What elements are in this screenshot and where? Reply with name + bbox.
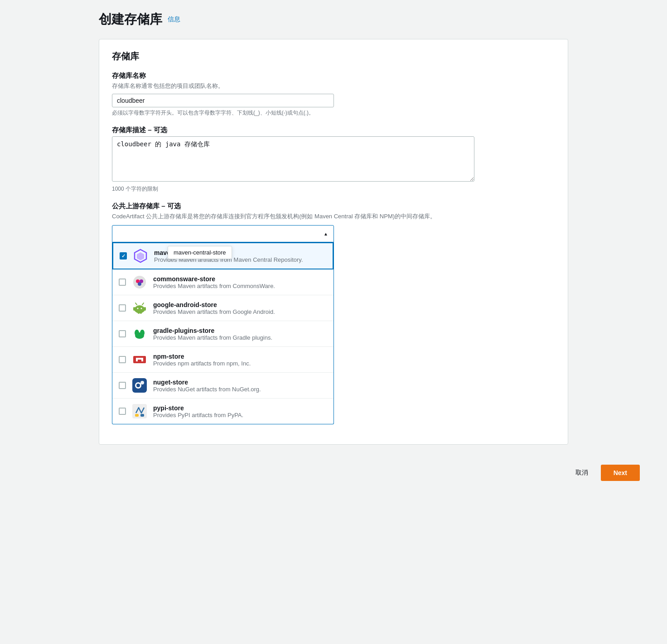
npm-icon xyxy=(131,351,148,368)
svg-rect-32 xyxy=(140,414,144,417)
item-text-pypi: pypi-store Provides PyPI artifacts from … xyxy=(153,404,327,418)
list-item[interactable]: commonsware-store Provides Maven artifac… xyxy=(112,269,334,295)
item-checkbox-commonsware[interactable] xyxy=(119,279,126,286)
action-bar: 取消 Next xyxy=(570,456,640,490)
item-checkbox-android[interactable] xyxy=(119,304,126,312)
upstream-label: 公共上游存储库 – 可选 xyxy=(112,202,555,211)
svg-rect-12 xyxy=(133,307,135,311)
upstream-dropdown: ▲ maven-central-sto xyxy=(112,225,334,424)
repo-desc-group: 存储库描述 – 可选 cloudbeer 的 java 存储仓库 1000 个字… xyxy=(112,126,555,193)
repo-section-title: 存储库 xyxy=(112,50,555,62)
item-text-gradle: gradle-plugins-store Provides Maven arti… xyxy=(153,327,327,341)
svg-point-9 xyxy=(141,308,142,309)
item-text-npm: npm-store Provides npm artifacts from np… xyxy=(153,353,327,367)
item-desc: Provides Maven artifacts from Google And… xyxy=(153,308,327,315)
svg-rect-30 xyxy=(132,404,147,418)
item-name: google-android-store xyxy=(153,301,327,308)
svg-rect-7 xyxy=(135,307,145,312)
svg-point-28 xyxy=(136,384,140,387)
pypi-icon xyxy=(131,403,148,419)
list-item[interactable]: nuget-store Provides NuGet artifacts fro… xyxy=(112,373,334,399)
next-button[interactable]: Next xyxy=(601,465,640,481)
svg-point-18 xyxy=(135,330,138,332)
nuget-icon xyxy=(131,377,148,394)
svg-rect-24 xyxy=(141,358,143,361)
repo-name-group: 存储库名称 存储库名称通常包括您的项目或团队名称。 必须以字母数字字符开头。可以… xyxy=(112,72,555,117)
svg-rect-25 xyxy=(138,360,140,361)
repo-desc-limit: 1000 个字符的限制 xyxy=(112,185,555,193)
item-text-nuget: nuget-store Provides NuGet artifacts fro… xyxy=(153,379,327,393)
list-item[interactable]: maven-central-store Provides Maven artif… xyxy=(112,242,334,269)
list-item[interactable]: npm-store Provides npm artifacts from np… xyxy=(112,347,334,373)
list-item[interactable]: pypi-store Provides PyPI artifacts from … xyxy=(112,399,334,424)
info-link[interactable]: 信息 xyxy=(168,15,180,24)
item-desc: Provides Maven artifacts from Gradle plu… xyxy=(153,334,327,341)
svg-point-5 xyxy=(138,282,141,286)
item-name: npm-store xyxy=(153,353,327,360)
repo-desc-label: 存储库描述 – 可选 xyxy=(112,126,555,135)
list-item[interactable]: google-android-store Provides Maven arti… xyxy=(112,295,334,321)
main-card: 存储库 存储库名称 存储库名称通常包括您的项目或团队名称。 必须以字母数字字符开… xyxy=(99,39,568,445)
item-text-commonsware: commonsware-store Provides Maven artifac… xyxy=(153,275,327,289)
dropdown-arrow-icon: ▲ xyxy=(324,231,328,236)
repo-name-input[interactable] xyxy=(112,94,334,107)
upstream-group: 公共上游存储库 – 可选 CodeArtifact 公共上游存储库是将您的存储库… xyxy=(112,202,555,424)
item-desc: Provides Maven artifacts from CommonsWar… xyxy=(153,283,327,289)
maven-icon xyxy=(132,248,149,264)
item-desc: Provides NuGet artifacts from NuGet.org. xyxy=(153,386,327,393)
item-desc: Provides npm artifacts from npm, Inc. xyxy=(153,360,327,367)
repo-desc-textarea[interactable]: cloudbeer 的 java 存储仓库 xyxy=(112,136,474,182)
list-item[interactable]: gradle-plugins-store Provides Maven arti… xyxy=(112,321,334,347)
item-checkbox-gradle[interactable] xyxy=(119,330,126,337)
dropdown-tooltip: maven-central-store xyxy=(168,246,232,259)
item-text-android: google-android-store Provides Maven arti… xyxy=(153,301,327,315)
svg-point-29 xyxy=(140,381,144,384)
commonsware-icon xyxy=(131,274,148,290)
svg-line-10 xyxy=(135,303,137,305)
svg-rect-15 xyxy=(140,312,142,314)
svg-rect-14 xyxy=(138,312,140,314)
svg-point-8 xyxy=(137,308,139,309)
upstream-desc: CodeArtifact 公共上游存储库是将您的存储库连接到官方程序包颁发机构(… xyxy=(112,212,555,221)
item-name: pypi-store xyxy=(153,404,327,412)
svg-marker-1 xyxy=(137,252,144,260)
dropdown-list: maven-central-store Provides Maven artif… xyxy=(112,242,334,424)
item-name: commonsware-store xyxy=(153,275,327,283)
svg-point-20 xyxy=(141,330,144,332)
svg-rect-31 xyxy=(135,414,139,417)
item-checkbox-maven[interactable] xyxy=(120,252,127,260)
repo-name-hint: 必须以字母数字字符开头。可以包含字母数字字符、下划线(_)、小短线(-)或句点(… xyxy=(112,109,555,117)
repo-name-sublabel: 存储库名称通常包括您的项目或团队名称。 xyxy=(112,82,555,90)
gradle-icon xyxy=(131,326,148,342)
cancel-button[interactable]: 取消 xyxy=(570,465,594,481)
dropdown-trigger[interactable]: ▲ xyxy=(112,225,334,242)
svg-line-11 xyxy=(142,303,144,305)
item-name: nuget-store xyxy=(153,379,327,386)
item-name: gradle-plugins-store xyxy=(153,327,327,334)
item-checkbox-npm[interactable] xyxy=(119,356,126,363)
repo-name-label: 存储库名称 xyxy=(112,72,555,80)
android-icon xyxy=(131,300,148,316)
item-checkbox-nuget[interactable] xyxy=(119,382,126,389)
page-title: 创建存储库 xyxy=(99,11,162,28)
item-checkbox-pypi[interactable] xyxy=(119,408,126,415)
item-desc: Provides PyPI artifacts from PyPA. xyxy=(153,412,327,418)
svg-rect-13 xyxy=(144,307,146,311)
